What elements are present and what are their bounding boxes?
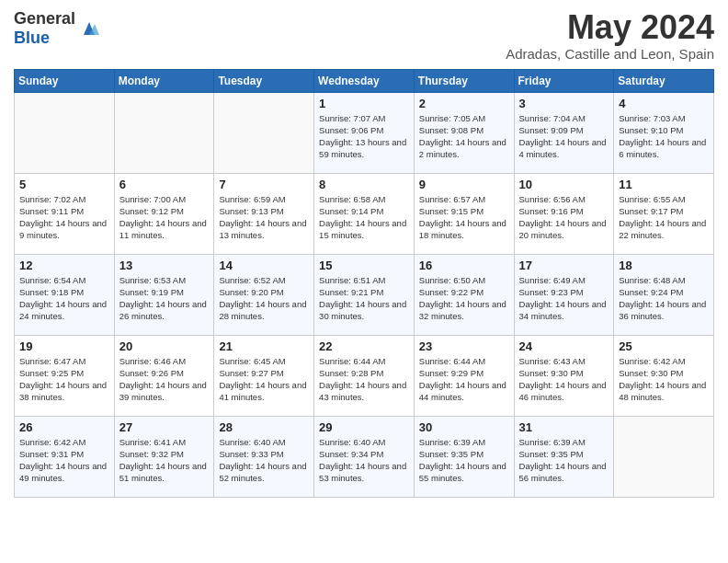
day-detail: Sunrise: 7:04 AMSunset: 9:09 PMDaylight:… <box>519 113 607 160</box>
day-number: 8 <box>319 178 409 191</box>
calendar-cell: 18Sunrise: 6:48 AMSunset: 9:24 PMDayligh… <box>614 254 714 335</box>
day-number: 7 <box>219 178 309 191</box>
calendar-cell: 6Sunrise: 7:00 AMSunset: 9:12 PMDaylight… <box>114 173 214 254</box>
days-header-row: SundayMondayTuesdayWednesdayThursdayFrid… <box>15 69 714 92</box>
calendar-cell: 16Sunrise: 6:50 AMSunset: 9:22 PMDayligh… <box>414 254 514 335</box>
calendar-cell: 13Sunrise: 6:53 AMSunset: 9:19 PMDayligh… <box>114 254 214 335</box>
week-row-2: 5Sunrise: 7:02 AMSunset: 9:11 PMDaylight… <box>15 173 714 254</box>
calendar-cell: 19Sunrise: 6:47 AMSunset: 9:25 PMDayligh… <box>15 335 115 416</box>
calendar-cell: 20Sunrise: 6:46 AMSunset: 9:26 PMDayligh… <box>114 335 214 416</box>
day-header-monday: Monday <box>114 69 214 92</box>
day-detail: Sunrise: 6:45 AMSunset: 9:27 PMDaylight:… <box>219 356 306 403</box>
day-number: 11 <box>619 178 709 191</box>
calendar-cell: 4Sunrise: 7:03 AMSunset: 9:10 PMDaylight… <box>614 92 714 173</box>
day-header-tuesday: Tuesday <box>214 69 314 92</box>
day-detail: Sunrise: 6:42 AMSunset: 9:30 PMDaylight:… <box>619 356 706 403</box>
calendar-cell: 27Sunrise: 6:41 AMSunset: 9:32 PMDayligh… <box>114 416 214 497</box>
day-number: 31 <box>519 420 609 434</box>
day-number: 15 <box>319 259 409 272</box>
calendar-cell: 17Sunrise: 6:49 AMSunset: 9:23 PMDayligh… <box>514 254 614 335</box>
day-number: 23 <box>419 339 509 353</box>
day-number: 25 <box>619 339 709 353</box>
logo-general: General <box>14 9 75 28</box>
week-row-1: 1Sunrise: 7:07 AMSunset: 9:06 PMDaylight… <box>15 92 714 173</box>
day-number: 29 <box>319 420 409 434</box>
calendar-cell: 5Sunrise: 7:02 AMSunset: 9:11 PMDaylight… <box>15 173 115 254</box>
day-number: 21 <box>219 339 309 353</box>
day-detail: Sunrise: 6:40 AMSunset: 9:34 PMDaylight:… <box>319 437 406 484</box>
day-number: 4 <box>619 97 709 110</box>
calendar-cell: 3Sunrise: 7:04 AMSunset: 9:09 PMDaylight… <box>514 92 614 173</box>
day-detail: Sunrise: 6:44 AMSunset: 9:29 PMDaylight:… <box>419 356 506 403</box>
day-number: 30 <box>419 420 509 434</box>
calendar-cell <box>214 92 314 173</box>
week-row-5: 26Sunrise: 6:42 AMSunset: 9:31 PMDayligh… <box>15 416 714 497</box>
calendar-cell: 15Sunrise: 6:51 AMSunset: 9:21 PMDayligh… <box>314 254 415 335</box>
header: General Blue May 2024 Adradas, Castille … <box>14 9 714 62</box>
day-detail: Sunrise: 6:39 AMSunset: 9:35 PMDaylight:… <box>519 437 607 484</box>
calendar-cell: 10Sunrise: 6:56 AMSunset: 9:16 PMDayligh… <box>514 173 614 254</box>
calendar-cell: 24Sunrise: 6:43 AMSunset: 9:30 PMDayligh… <box>514 335 614 416</box>
calendar-cell: 29Sunrise: 6:40 AMSunset: 9:34 PMDayligh… <box>314 416 415 497</box>
calendar-table: SundayMondayTuesdayWednesdayThursdayFrid… <box>14 69 714 498</box>
day-number: 27 <box>119 420 210 434</box>
day-number: 26 <box>19 420 109 434</box>
title-area: May 2024 Adradas, Castille and Leon, Spa… <box>506 9 714 62</box>
day-detail: Sunrise: 7:00 AMSunset: 9:12 PMDaylight:… <box>119 194 207 241</box>
calendar-cell <box>15 92 115 173</box>
day-detail: Sunrise: 6:42 AMSunset: 9:31 PMDaylight:… <box>19 437 107 484</box>
day-number: 28 <box>219 420 309 434</box>
day-detail: Sunrise: 6:59 AMSunset: 9:13 PMDaylight:… <box>219 194 306 241</box>
day-number: 2 <box>419 97 509 110</box>
day-number: 18 <box>619 259 709 272</box>
day-number: 12 <box>19 259 109 272</box>
logo: General Blue <box>14 9 99 48</box>
day-number: 16 <box>419 259 509 272</box>
day-number: 1 <box>319 97 409 110</box>
calendar-cell: 1Sunrise: 7:07 AMSunset: 9:06 PMDaylight… <box>314 92 415 173</box>
calendar-cell: 8Sunrise: 6:58 AMSunset: 9:14 PMDaylight… <box>314 173 415 254</box>
calendar-cell: 22Sunrise: 6:44 AMSunset: 9:28 PMDayligh… <box>314 335 415 416</box>
day-detail: Sunrise: 7:03 AMSunset: 9:10 PMDaylight:… <box>619 113 706 160</box>
day-detail: Sunrise: 6:47 AMSunset: 9:25 PMDaylight:… <box>19 356 107 403</box>
day-detail: Sunrise: 6:54 AMSunset: 9:18 PMDaylight:… <box>19 275 107 322</box>
day-number: 6 <box>119 178 210 191</box>
day-header-saturday: Saturday <box>614 69 714 92</box>
day-detail: Sunrise: 6:44 AMSunset: 9:28 PMDaylight:… <box>319 356 406 403</box>
day-detail: Sunrise: 7:07 AMSunset: 9:06 PMDaylight:… <box>319 113 406 160</box>
day-detail: Sunrise: 6:43 AMSunset: 9:30 PMDaylight:… <box>519 356 607 403</box>
calendar-cell: 25Sunrise: 6:42 AMSunset: 9:30 PMDayligh… <box>614 335 714 416</box>
calendar-cell <box>114 92 214 173</box>
day-number: 14 <box>219 259 309 272</box>
month-title: May 2024 <box>506 9 714 46</box>
day-detail: Sunrise: 6:48 AMSunset: 9:24 PMDaylight:… <box>619 275 706 322</box>
day-number: 13 <box>119 259 210 272</box>
calendar-cell: 23Sunrise: 6:44 AMSunset: 9:29 PMDayligh… <box>414 335 514 416</box>
day-header-sunday: Sunday <box>15 69 115 92</box>
day-number: 5 <box>19 178 109 191</box>
day-detail: Sunrise: 6:50 AMSunset: 9:22 PMDaylight:… <box>419 275 506 322</box>
logo-text: General Blue <box>14 9 75 48</box>
day-detail: Sunrise: 6:57 AMSunset: 9:15 PMDaylight:… <box>419 194 506 241</box>
calendar-cell: 21Sunrise: 6:45 AMSunset: 9:27 PMDayligh… <box>214 335 314 416</box>
calendar-cell: 31Sunrise: 6:39 AMSunset: 9:35 PMDayligh… <box>514 416 614 497</box>
day-detail: Sunrise: 6:56 AMSunset: 9:16 PMDaylight:… <box>519 194 607 241</box>
day-detail: Sunrise: 6:51 AMSunset: 9:21 PMDaylight:… <box>319 275 406 322</box>
day-detail: Sunrise: 6:41 AMSunset: 9:32 PMDaylight:… <box>119 437 207 484</box>
day-number: 24 <box>519 339 609 353</box>
day-detail: Sunrise: 7:02 AMSunset: 9:11 PMDaylight:… <box>19 194 107 241</box>
day-detail: Sunrise: 6:52 AMSunset: 9:20 PMDaylight:… <box>219 275 306 322</box>
calendar-cell: 30Sunrise: 6:39 AMSunset: 9:35 PMDayligh… <box>414 416 514 497</box>
day-detail: Sunrise: 6:49 AMSunset: 9:23 PMDaylight:… <box>519 275 607 322</box>
week-row-4: 19Sunrise: 6:47 AMSunset: 9:25 PMDayligh… <box>15 335 714 416</box>
day-detail: Sunrise: 6:40 AMSunset: 9:33 PMDaylight:… <box>219 437 306 484</box>
calendar-cell: 11Sunrise: 6:55 AMSunset: 9:17 PMDayligh… <box>614 173 714 254</box>
calendar-cell: 14Sunrise: 6:52 AMSunset: 9:20 PMDayligh… <box>214 254 314 335</box>
day-number: 3 <box>519 97 609 110</box>
day-detail: Sunrise: 6:55 AMSunset: 9:17 PMDaylight:… <box>619 194 706 241</box>
day-number: 19 <box>19 339 109 353</box>
day-number: 9 <box>419 178 509 191</box>
day-number: 20 <box>119 339 210 353</box>
day-detail: Sunrise: 6:46 AMSunset: 9:26 PMDaylight:… <box>119 356 207 403</box>
logo-icon <box>79 18 99 39</box>
